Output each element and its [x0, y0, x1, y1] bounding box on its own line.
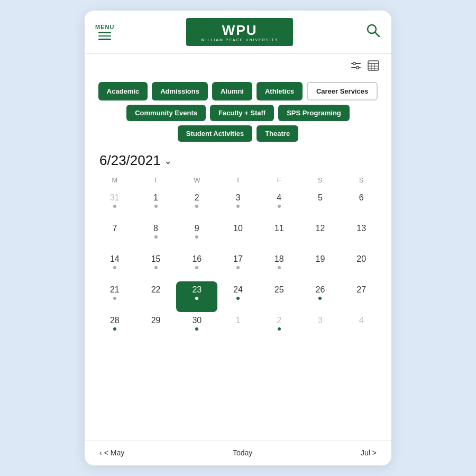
prev-month-button[interactable]: ‹ < May: [99, 448, 124, 457]
table-row[interactable]: 24: [217, 281, 259, 312]
filter-athletics[interactable]: Athletics: [257, 82, 303, 100]
menu-label: MENU: [95, 24, 114, 30]
table-row[interactable]: 1: [217, 312, 259, 343]
event-dot: [154, 266, 158, 269]
table-row[interactable]: 16: [176, 251, 217, 281]
filter-area: Academic Admissions Alumni Athletics Car…: [85, 78, 391, 147]
table-row[interactable]: 18: [259, 251, 300, 281]
day-name-tue: T: [135, 173, 177, 187]
header: MENU WPU WILLIAM PEACE UNIVERSITY: [85, 11, 391, 54]
filter-row-1: Academic Admissions Alumni Athletics Car…: [98, 82, 378, 100]
table-row[interactable]: 5: [300, 189, 341, 220]
table-row[interactable]: 6: [341, 189, 382, 220]
calendar-grid-icon[interactable]: [367, 59, 380, 75]
calendar-day-names: M T W T F S S: [94, 173, 382, 187]
logo-text: WPU: [201, 23, 278, 37]
table-row[interactable]: 26: [300, 281, 341, 312]
table-row[interactable]: 2: [176, 189, 217, 220]
calendar-grid: 31 1 2 3 4 5 6 7 8 9 10 11 12 13 14 15 1…: [94, 189, 382, 343]
calendar-header: 6/23/2021 ⌄: [85, 147, 391, 169]
menu-button[interactable]: MENU: [95, 24, 114, 40]
filter-faculty-staff[interactable]: Faculty + Staff: [210, 105, 274, 121]
event-dot: [195, 327, 198, 331]
day-name-sat: S: [300, 173, 341, 187]
filter-admissions[interactable]: Admissions: [152, 82, 208, 100]
filter-career-services[interactable]: Career Services: [307, 82, 378, 100]
table-row[interactable]: 31: [94, 189, 135, 220]
table-row[interactable]: 10: [217, 220, 259, 251]
prev-month-label: < May: [104, 448, 125, 457]
table-row[interactable]: 11: [259, 220, 300, 251]
filter-academic[interactable]: Academic: [98, 82, 148, 100]
next-month-button[interactable]: Jul >: [361, 448, 377, 457]
calendar-date-text: 6/23/2021: [99, 152, 161, 169]
event-dot: [236, 205, 240, 208]
table-row[interactable]: 4: [341, 312, 382, 343]
table-row[interactable]: 28: [94, 312, 135, 343]
filter-community-events[interactable]: Community Events: [126, 105, 206, 121]
table-row[interactable]: 3: [300, 312, 341, 343]
event-dot: [278, 266, 281, 269]
prev-chevron-icon: ‹: [99, 448, 102, 457]
filter-row-2: Community Events Faculty + Staff SPS Pro…: [126, 105, 350, 121]
table-row[interactable]: 19: [300, 251, 341, 281]
filter-icon[interactable]: [350, 60, 362, 74]
event-dot: [113, 297, 116, 300]
table-row[interactable]: 1: [135, 189, 177, 220]
day-name-sun: S: [341, 173, 382, 187]
logo-subtitle: WILLIAM PEACE UNIVERSITY: [201, 38, 278, 42]
table-row[interactable]: 25: [259, 281, 300, 312]
event-dot: [113, 327, 116, 331]
calendar-footer: ‹ < May Today Jul >: [85, 441, 391, 465]
table-row[interactable]: 13: [341, 220, 382, 251]
event-dot: [195, 266, 198, 269]
filter-row-3: Student Activities Theatre: [178, 125, 298, 142]
svg-line-1: [375, 32, 379, 36]
logo: WPU WILLIAM PEACE UNIVERSITY: [186, 18, 293, 46]
event-dot: [236, 297, 240, 300]
table-row[interactable]: 8: [135, 220, 177, 251]
svg-point-4: [353, 62, 356, 65]
table-row[interactable]: 22: [135, 281, 177, 312]
table-row[interactable]: 14: [94, 251, 135, 281]
table-row[interactable]: 30: [176, 312, 217, 343]
table-row[interactable]: 2: [259, 312, 300, 343]
event-dot: [154, 205, 158, 208]
day-name-thu: T: [217, 173, 259, 187]
filter-theatre[interactable]: Theatre: [257, 125, 298, 142]
event-dot: [195, 205, 198, 208]
filter-sps-programing[interactable]: SPS Programing: [278, 105, 350, 121]
day-name-mon: M: [94, 173, 135, 187]
table-row[interactable]: 9: [176, 220, 217, 251]
event-dot: [278, 205, 281, 208]
table-row[interactable]: 29: [135, 312, 177, 343]
table-row[interactable]: 12: [300, 220, 341, 251]
event-dot: [113, 266, 116, 269]
calendar-title[interactable]: 6/23/2021 ⌄: [99, 152, 377, 169]
toolbar: [85, 54, 391, 78]
today-button[interactable]: Today: [233, 448, 252, 457]
table-row[interactable]: 21: [94, 281, 135, 312]
search-button[interactable]: [365, 22, 381, 42]
hamburger-icon: [98, 32, 111, 40]
filter-alumni[interactable]: Alumni: [212, 82, 252, 100]
event-dot: [113, 205, 116, 208]
table-row[interactable]: 27: [341, 281, 382, 312]
day-name-fri: F: [259, 173, 300, 187]
table-row[interactable]: 3: [217, 189, 259, 220]
table-row[interactable]: 15: [135, 251, 177, 281]
calendar-body: M T W T F S S 31 1 2 3 4 5 6 7 8 9 10 11…: [85, 169, 391, 441]
table-row[interactable]: 20: [341, 251, 382, 281]
today-dot: [195, 297, 198, 300]
table-row[interactable]: 17: [217, 251, 259, 281]
filter-student-activities[interactable]: Student Activities: [178, 125, 252, 142]
table-row[interactable]: 4: [259, 189, 300, 220]
calendar-today[interactable]: 23: [176, 281, 217, 312]
date-dropdown-icon[interactable]: ⌄: [164, 155, 172, 167]
day-name-wed: W: [176, 173, 217, 187]
event-dot: [195, 235, 198, 239]
table-row[interactable]: 7: [94, 220, 135, 251]
svg-point-5: [356, 67, 359, 69]
event-dot: [318, 297, 322, 300]
app-frame: MENU WPU WILLIAM PEACE UNIVERSITY: [85, 11, 391, 465]
